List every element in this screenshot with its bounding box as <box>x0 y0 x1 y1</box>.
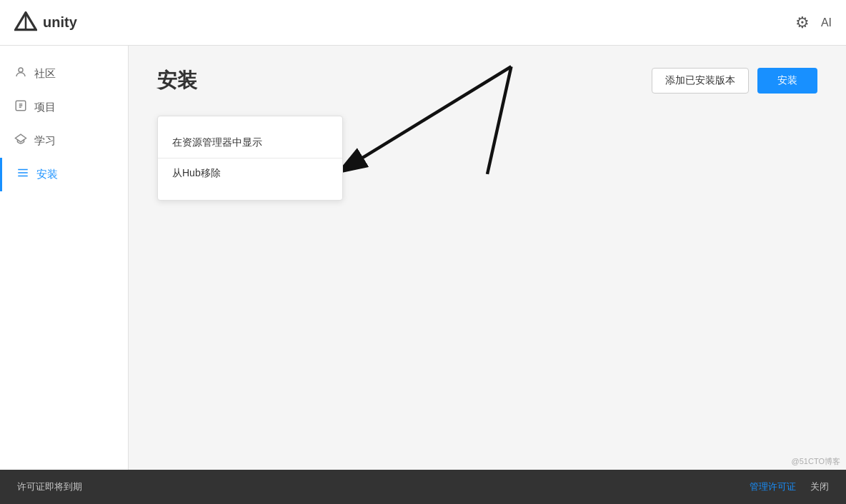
install-button[interactable]: 安装 <box>757 68 817 94</box>
add-installed-button[interactable]: 添加已安装版本 <box>652 68 749 94</box>
sidebar-label-projects: 项目 <box>34 101 56 114</box>
sidebar-item-community[interactable]: 社区 <box>0 57 128 91</box>
manage-license-link[interactable]: 管理许可证 <box>750 480 796 493</box>
sidebar-item-projects[interactable]: 项目 <box>0 91 128 124</box>
close-link[interactable]: 关闭 <box>810 480 829 493</box>
main-content: 安装 添加已安装版本 安装 在资源管理器中显示 从Hub移除 <box>129 46 846 470</box>
layout: 社区 项目 学习 <box>0 46 846 470</box>
logo: unity <box>14 11 77 34</box>
sidebar-label-install: 安装 <box>36 168 58 181</box>
gear-icon[interactable]: ⚙ <box>795 14 810 32</box>
footer: 许可证即将到期 管理许可证 关闭 <box>0 470 846 504</box>
community-icon <box>14 66 27 82</box>
projects-icon <box>14 99 27 116</box>
page-title: 安装 <box>157 67 197 94</box>
sidebar-item-install[interactable]: 安装 <box>0 158 128 191</box>
logo-text: unity <box>43 14 77 31</box>
ai-label[interactable]: AI <box>821 16 832 29</box>
sidebar-label-learn: 学习 <box>34 134 56 148</box>
context-menu-item-show[interactable]: 在资源管理器中显示 <box>158 128 342 158</box>
sidebar: 社区 项目 学习 <box>0 46 129 470</box>
svg-point-2 <box>19 68 23 72</box>
learn-icon <box>14 133 27 149</box>
arrow-annotation <box>129 46 846 470</box>
context-menu-item-remove[interactable]: 从Hub移除 <box>158 158 342 188</box>
main-header: 安装 添加已安装版本 安装 <box>157 67 817 94</box>
header: unity ⚙ AI <box>0 0 846 46</box>
header-right: ⚙ AI <box>795 14 832 32</box>
sidebar-item-learn[interactable]: 学习 <box>0 124 128 158</box>
sidebar-label-community: 社区 <box>34 67 56 81</box>
footer-right: 管理许可证 关闭 <box>750 480 829 493</box>
install-icon <box>16 166 29 183</box>
main-actions: 添加已安装版本 安装 <box>652 68 817 94</box>
context-menu: 在资源管理器中显示 从Hub移除 <box>157 116 343 201</box>
license-notice: 许可证即将到期 <box>17 480 82 493</box>
unity-logo-icon <box>14 11 37 34</box>
